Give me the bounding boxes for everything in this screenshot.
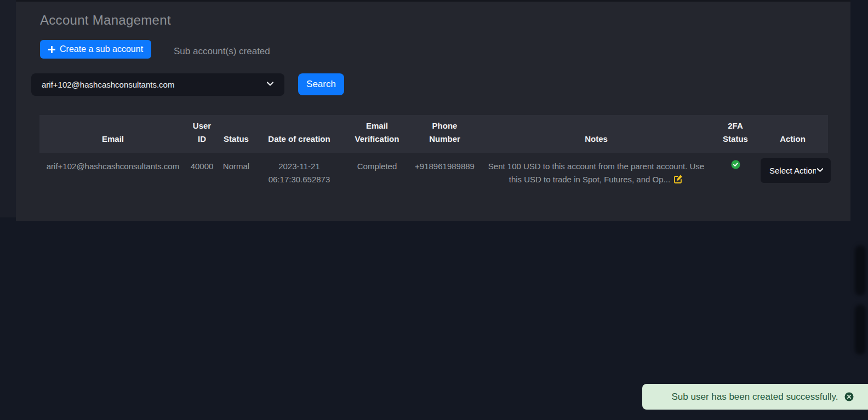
cell-status: Normal: [218, 153, 255, 197]
col-header-notes: Notes: [479, 115, 713, 153]
check-circle-icon: [731, 162, 740, 171]
left-gutter: [0, 0, 16, 217]
scrollbar-thumb[interactable]: [855, 245, 866, 296]
select-action-dropdown[interactable]: Select Action: [761, 158, 831, 183]
scrollbar-thumb[interactable]: [855, 304, 866, 355]
col-header-email-verification: Email Verification: [344, 115, 410, 153]
cell-user-id: 40000: [186, 153, 218, 197]
col-header-status: Status: [218, 115, 255, 153]
cell-phone-number: +918961989889: [410, 153, 479, 197]
col-header-phone-number: Phone Number: [410, 115, 479, 153]
chevron-down-icon: [266, 79, 275, 90]
col-header-user-id: User ID: [186, 115, 218, 153]
col-header-email: Email: [39, 115, 186, 153]
col-header-action: Action: [757, 115, 828, 153]
cell-email-verification: Completed: [344, 153, 410, 197]
col-header-2fa-status: 2FA Status: [713, 115, 757, 153]
toast-message: Sub user has been created successfully.: [672, 392, 838, 402]
sub-accounts-created-caption: Sub account(s) created: [174, 46, 270, 57]
chevron-down-icon: [816, 166, 824, 176]
cell-notes: Sent 100 USD to this account from the pa…: [479, 153, 713, 197]
cell-2fa-status: [713, 153, 757, 197]
edit-icon[interactable]: [671, 176, 683, 186]
cell-email: arif+102@hashcashconsultants.com: [39, 153, 186, 197]
table-header-row: Email User ID Status Date of creation Em…: [39, 115, 828, 153]
success-toast: Sub user has been created successfully.: [642, 384, 868, 410]
search-button[interactable]: Search: [298, 73, 344, 95]
page-title: Account Management: [40, 13, 171, 28]
account-select[interactable]: arif+102@hashcashconsultants.com: [31, 73, 284, 96]
cell-date-of-creation: 2023-11-21 06:17:30.652873: [255, 153, 344, 197]
sub-accounts-table: Email User ID Status Date of creation Em…: [39, 115, 828, 197]
account-select-value: arif+102@hashcashconsultants.com: [42, 80, 174, 89]
account-management-card: Account Management Create a sub account …: [16, 0, 850, 221]
create-sub-account-label: Create a sub account: [60, 44, 143, 54]
cell-action: Select Action: [757, 153, 828, 197]
close-circle-icon[interactable]: [844, 392, 854, 401]
plus-icon: [48, 46, 55, 53]
select-action-label: Select Action: [769, 166, 816, 175]
col-header-date-of-creation: Date of creation: [255, 115, 344, 153]
create-sub-account-button[interactable]: Create a sub account: [40, 40, 151, 59]
table-row: arif+102@hashcashconsultants.com 40000 N…: [39, 153, 828, 197]
